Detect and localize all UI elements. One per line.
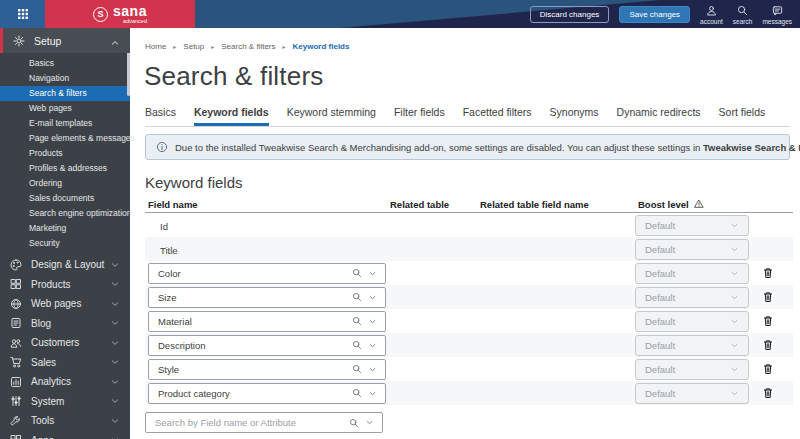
- sidebar-section-design-layout[interactable]: Design & Layout: [0, 255, 130, 275]
- combo-chevron-down-icon: [728, 387, 741, 400]
- table-row-material: MaterialDefault: [145, 309, 793, 333]
- field-search-icon: [350, 363, 363, 376]
- tab-facetted-filters[interactable]: Facetted filters: [463, 106, 532, 126]
- combo-chevron-down-icon: [366, 291, 379, 304]
- sidebar-item-sales-documents[interactable]: Sales documents: [0, 191, 130, 206]
- sidebar-section-setup[interactable]: Setup: [0, 28, 130, 53]
- field-name-combobox[interactable]: Size: [148, 287, 386, 308]
- field-name-combobox[interactable]: Product category: [148, 383, 386, 404]
- breadcrumb-item-setup[interactable]: Setup: [183, 42, 204, 51]
- combo-chevron-down-icon: [728, 339, 741, 352]
- breadcrumb-item-home[interactable]: Home: [145, 42, 166, 51]
- search-button[interactable]: search: [733, 4, 753, 25]
- sidebar-item-page-elements-messages[interactable]: Page elements & messages: [0, 131, 130, 146]
- chevron-down-icon: [108, 336, 121, 349]
- sidebar-section-analytics[interactable]: Analytics: [0, 372, 130, 392]
- delete-row-button[interactable]: [760, 337, 776, 353]
- delete-row-button[interactable]: [760, 265, 776, 281]
- breadcrumb-item-search-filters[interactable]: Search & filters: [221, 42, 275, 51]
- column-header-related-table: Related table: [387, 199, 477, 210]
- boost-level-select[interactable]: Default: [635, 359, 749, 380]
- boost-level-select[interactable]: Default: [635, 311, 749, 332]
- sidebar-item-e-mail-templates[interactable]: E-mail templates: [0, 116, 130, 131]
- messages-button[interactable]: messages: [762, 4, 792, 25]
- sidebar-item-marketing[interactable]: Marketing: [0, 221, 130, 236]
- tab-dynamic-redirects[interactable]: Dynamic redirects: [617, 106, 701, 126]
- tab-keyword-fields[interactable]: Keyword fields: [194, 106, 269, 126]
- breadcrumb-item-keyword-fields[interactable]: Keyword fields: [293, 42, 350, 51]
- sidebar-section-apps[interactable]: Apps: [0, 431, 130, 439]
- tab-keyword-stemming[interactable]: Keyword stemming: [287, 106, 376, 126]
- trash-icon: [762, 339, 775, 352]
- combo-chevron-down-icon: [366, 267, 379, 280]
- sidebar-item-search-filters[interactable]: Search & filters: [0, 86, 130, 101]
- sidebar-item-navigation[interactable]: Navigation: [0, 71, 130, 86]
- app-grid-button[interactable]: [0, 0, 45, 28]
- field-search-icon: [350, 339, 363, 352]
- sidebar-item-ordering[interactable]: Ordering: [0, 176, 130, 191]
- field-search-icon: [350, 267, 363, 280]
- chevron-down-icon: [108, 258, 121, 271]
- sidebar-section-web-pages[interactable]: Web pages: [0, 294, 130, 314]
- boost-level-value: Default: [645, 220, 728, 231]
- field-name-combobox-value: Style: [158, 364, 350, 375]
- sidebar-item-web-pages[interactable]: Web pages: [0, 101, 130, 116]
- banner-link[interactable]: Tweakwise Search & Merchandising: [703, 142, 800, 153]
- account-label: account: [700, 18, 723, 25]
- sidebar-item-security[interactable]: Security: [0, 236, 130, 251]
- sana-logo[interactable]: S sana advanced: [45, 0, 195, 28]
- combo-chevron-down-icon: [366, 363, 379, 376]
- trash-icon: [762, 267, 775, 280]
- account-button[interactable]: account: [700, 4, 723, 25]
- tab-filter-fields[interactable]: Filter fields: [394, 106, 445, 126]
- boost-level-select[interactable]: Default: [635, 215, 749, 236]
- sidebar-section-blog[interactable]: Blog: [0, 314, 130, 334]
- sidebar-item-profiles-addresses[interactable]: Profiles & addresses: [0, 161, 130, 176]
- boost-level-value: Default: [645, 340, 728, 351]
- sidebar-section-products[interactable]: Products: [0, 275, 130, 295]
- sliders-icon: [9, 395, 22, 408]
- sidebar-item-products[interactable]: Products: [0, 146, 130, 161]
- boost-level-select[interactable]: Default: [635, 335, 749, 356]
- tab-sort-fields[interactable]: Sort fields: [719, 106, 766, 126]
- field-name-combobox[interactable]: Color: [148, 263, 386, 284]
- sidebar-section-sales[interactable]: Sales: [0, 353, 130, 373]
- palette-icon: [9, 258, 22, 271]
- search-icon: [736, 4, 749, 17]
- sidebar-section-system[interactable]: System: [0, 392, 130, 412]
- boost-level-select[interactable]: Default: [635, 287, 749, 308]
- sidebar-item-basics[interactable]: Basics: [0, 56, 130, 71]
- discard-changes-button[interactable]: Discard changes: [530, 6, 610, 23]
- sana-logo-icon: S: [93, 7, 108, 22]
- delete-row-button[interactable]: [760, 385, 776, 401]
- sidebar-section-label: System: [31, 396, 64, 407]
- sidebar-section-customers[interactable]: Customers: [0, 333, 130, 353]
- breadcrumb-separator-icon: ▸: [283, 43, 286, 50]
- delete-row-button[interactable]: [760, 313, 776, 329]
- field-name-combobox[interactable]: Style: [148, 359, 386, 380]
- field-name-combobox[interactable]: Material: [148, 311, 386, 332]
- tab-basics[interactable]: Basics: [145, 106, 176, 126]
- messages-icon: [771, 4, 784, 17]
- blog-icon: [9, 317, 22, 330]
- delete-row-button[interactable]: [760, 361, 776, 377]
- field-name-combobox-value: Material: [158, 316, 350, 327]
- app-grid-icon: [16, 8, 29, 21]
- page-title: Search & filters: [144, 61, 324, 92]
- delete-row-button[interactable]: [760, 289, 776, 305]
- field-name-combobox-value: Product category: [158, 388, 350, 399]
- save-changes-button[interactable]: Save changes: [619, 6, 690, 23]
- add-keyword-field-search[interactable]: Search by Field name or Attribute: [145, 412, 383, 433]
- boost-level-select[interactable]: Default: [635, 263, 749, 284]
- sidebar-section-tools[interactable]: Tools: [0, 411, 130, 431]
- sidebar-section-label: Products: [31, 279, 70, 290]
- tab-synonyms[interactable]: Synonyms: [550, 106, 599, 126]
- field-name-combobox-value: Color: [158, 268, 350, 279]
- boost-level-select[interactable]: Default: [635, 383, 749, 404]
- wrench-icon: [9, 414, 22, 427]
- sidebar-item-search-engine-optimization[interactable]: Search engine optimization: [0, 206, 130, 221]
- field-name-combobox[interactable]: Description: [148, 335, 386, 356]
- sidebar: Setup BasicsNavigationSearch & filtersWe…: [0, 28, 130, 439]
- boost-level-select[interactable]: Default: [635, 239, 749, 260]
- account-icon: [705, 4, 718, 17]
